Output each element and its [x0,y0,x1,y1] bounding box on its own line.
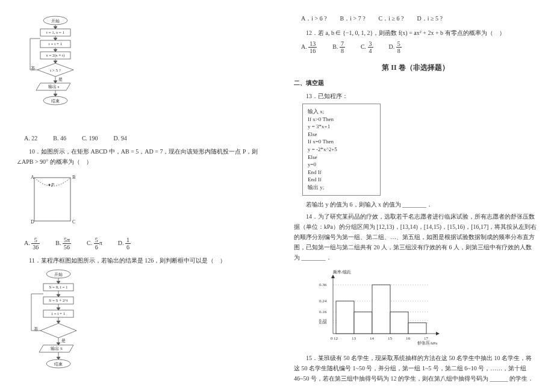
q12-options: A. 1316 B. 78 C. 34 D. 58 [301,40,537,54]
svg-text:D: D [31,219,34,225]
svg-text:17: 17 [424,336,429,341]
fill-blank-title: 二、填空题 [294,79,537,87]
svg-text:P: P [51,182,54,188]
q13-after: 若输出 y 的值为 6，则输入 x 的值为 ________． [294,199,537,210]
svg-rect-84 [354,312,372,334]
svg-marker-72 [436,332,440,335]
svg-text:否: 否 [31,66,35,71]
svg-text:舒张压/kPa: 舒张压/kPa [417,341,438,346]
svg-marker-41 [57,281,60,284]
code-line: Else [308,154,375,161]
svg-marker-53 [57,321,60,323]
code-line: 输入 x; [308,108,375,116]
flowchart-q11: 开始 S = 0, i = 1 S = S + 2^i i = i + 1 否 … [25,268,260,382]
svg-text:0.24: 0.24 [319,299,327,303]
svg-marker-7 [54,38,57,40]
svg-text:14: 14 [370,336,375,341]
svg-text:15: 15 [388,336,393,341]
svg-text:12: 12 [334,336,338,341]
q10-opt-b: B. 5π56 [55,237,71,250]
q10-options: A. 536 B. 5π56 C. 56π D. 16 [24,237,260,250]
svg-text:S = 0, i = 1: S = 0, i = 1 [49,285,68,290]
svg-text:t = t + 1: t = t + 1 [49,42,63,46]
code-box: 输入 x; If x>0 Then y = 3*x+1 Else If x=0 … [302,104,381,196]
q12-opt-d: D. 58 [389,40,402,54]
svg-marker-15 [54,61,57,63]
histogram: 频率/组距 0.08 0.10 0.16 0.24 0.36 [312,267,537,347]
q11-options: A．i > 6 ? B．i > 7 ? C．i ≥ 6 ? D．i ≥ 5 ? [301,14,537,23]
svg-text:C: C [72,219,75,225]
svg-text:输出 s: 输出 s [48,84,60,89]
svg-rect-87 [408,323,426,334]
q14-text: 14．为了研究某药品的疗效，选取若干名志愿者进行临床试验，所有志愿者的舒张压数据… [294,211,537,263]
q15-text: 15．某班级有 50 名学生，现采取系统抽样的方法在这 50 名学生中抽出 10… [294,353,537,384]
svg-marker-3 [54,26,57,29]
svg-text:结束: 结束 [54,362,63,367]
q9-opt-a: A. 22 [24,135,37,142]
section-2-title: 第 II 卷（非选择题） [294,63,537,73]
svg-marker-45 [57,294,60,297]
q9-opt-d: D. 94 [114,135,127,142]
code-line: 输出 y; [308,184,375,191]
svg-marker-28 [54,94,57,96]
svg-text:t = 1, s = 1: t = 1, s = 1 [46,30,65,35]
q11-text: 11．某程序框图如图所示，若输出的结果是 126，则判断框中可以是（ ） [17,255,260,266]
svg-text:结束: 结束 [51,99,60,104]
q11-opt-a: A．i > 6 ? [301,14,327,23]
svg-text:0: 0 [331,336,333,341]
q12-opt-c: C. 34 [361,40,373,54]
svg-text:13: 13 [352,336,356,341]
q9-options: A. 22 B. 46 C. 190 D. 94 [24,135,260,142]
svg-rect-85 [372,285,390,334]
svg-text:是: 是 [58,77,63,82]
left-page: 开始 t = 1, s = 1 t = t + 1 s = 2(s + t) t… [0,0,277,392]
rectangle-figure: A B C D P [25,170,260,232]
q9-opt-b: B. 46 [53,135,66,142]
right-page: A．i > 6 ? B．i > 7 ? C．i ≥ 6 ? D．i ≥ 5 ? … [277,0,554,392]
svg-marker-49 [57,308,60,310]
q9-opt-c: C. 190 [82,135,98,142]
svg-text:输出 S: 输出 S [51,346,63,351]
svg-rect-83 [336,301,354,334]
q10-opt-a: A. 536 [24,237,40,250]
q11-opt-c: C．i ≥ 6 ? [379,14,404,23]
q12-opt-b: B. 78 [332,40,345,54]
svg-text:否: 否 [34,327,38,332]
svg-text:频率/组距: 频率/组距 [333,270,351,275]
svg-text:t > 5 ?: t > 5 ? [50,68,61,73]
q10-text: 10．如图所示，在矩形 ABCD 中，AB = 5，AD = 7，现在向该矩形内… [17,146,260,167]
q10-opt-c: C. 56π [87,237,102,250]
code-line: y = 3*x+1 [308,123,375,131]
q12-text: 12．若 a, b ∈ {−1, 0, 1, 2}，则函数 f(x) = ax²… [294,28,537,38]
svg-marker-23 [54,81,57,83]
q11-opt-d: D．i ≥ 5 ? [417,14,442,23]
svg-text:S = S + 2^i: S = S + 2^i [49,298,67,303]
code-line: If x=0 Then [308,138,375,146]
svg-rect-86 [390,312,408,334]
svg-marker-60 [57,343,60,345]
svg-text:0.16: 0.16 [319,310,327,314]
q13-text: 13．已知程序： [294,91,537,101]
svg-text:开始: 开始 [54,272,63,277]
q10-opt-d: D. 16 [118,237,131,250]
svg-text:16: 16 [406,336,411,341]
code-line: End If [308,176,375,184]
code-line: Else [308,131,375,138]
svg-text:i = i + 1: i = i + 1 [52,311,66,316]
svg-text:是: 是 [61,338,66,343]
svg-point-36 [49,184,50,185]
svg-text:s = 2(s + t): s = 2(s + t) [46,53,65,58]
svg-text:开始: 开始 [51,19,60,23]
code-line: y = -2*x^2+5 [308,146,375,154]
svg-marker-11 [54,49,57,52]
svg-text:B: B [72,175,75,180]
flowchart-q9: 开始 t = 1, s = 1 t = t + 1 s = 2(s + t) t… [25,14,260,129]
svg-text:0.10: 0.10 [319,318,327,323]
svg-text:0.36: 0.36 [319,282,327,287]
svg-marker-71 [331,275,335,278]
code-line: y=0 [308,161,375,169]
q12-opt-a: A. 1316 [301,40,317,54]
code-line: If x>0 Then [308,116,375,123]
svg-text:A: A [31,175,34,180]
code-line: End If [308,169,375,176]
